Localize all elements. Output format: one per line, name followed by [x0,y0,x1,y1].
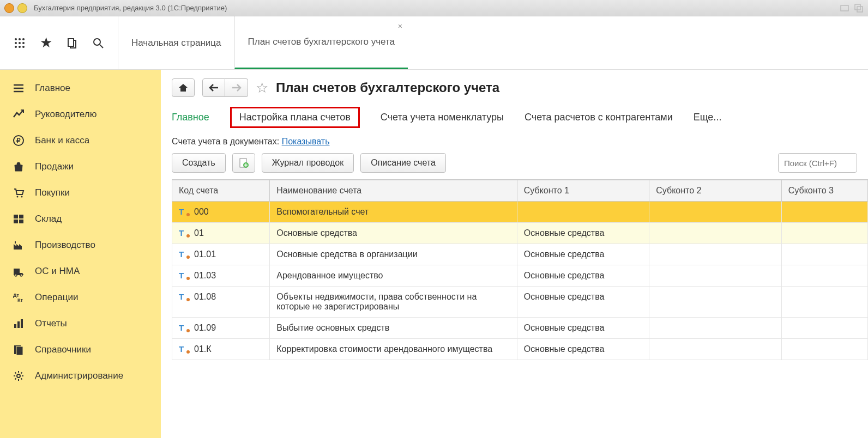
cell-sub3 [781,318,867,339]
svg-rect-19 [19,215,23,218]
col-sub2[interactable]: Субконто 2 [649,180,782,202]
cell-name: Основные средства [270,223,517,244]
cell-sub3 [781,339,867,360]
cell-sub1: Основные средства [517,223,649,244]
sys-icon-1[interactable] [840,3,849,13]
svg-rect-1 [855,4,860,10]
books-icon [12,343,25,356]
sidebar-item-ops[interactable]: ДтКтОперации [0,284,161,311]
cell-code: 01.03 [194,271,216,281]
subtab-nomenclature-accounts[interactable]: Счета учета номенклатуры [381,112,504,123]
cell-sub3 [781,265,867,287]
svg-line-13 [100,45,103,48]
svg-point-8 [22,42,25,44]
subtab-contractor-accounts[interactable]: Счета расчетов с контрагентами [525,112,673,123]
create-button[interactable]: Создать [172,153,226,173]
sys-icon-2[interactable] [854,3,864,13]
cell-sub1 [517,202,649,223]
cell-sub2 [649,223,782,244]
table-row[interactable]: Т01.09Выбытие основных средствОсновные с… [172,318,868,339]
sidebar-item-truck[interactable]: ОС и НМА [0,258,161,284]
svg-point-3 [15,38,17,40]
sidebar-item-trend[interactable]: Руководителю [0,101,161,127]
cell-sub3 [781,223,867,244]
tab-chart-of-accounts[interactable]: План счетов бухгалтерского учета × [234,16,408,69]
account-type-icon: Т [179,292,189,301]
table-row[interactable]: Т01.01Основные средства в организацииОсн… [172,244,868,265]
col-code[interactable]: Код счета [172,180,270,202]
sidebar-item-cart[interactable]: Покупки [0,180,161,206]
table-row[interactable]: Т01.ККорректировка стоимости арендованно… [172,339,868,360]
add-icon-button[interactable] [232,153,255,173]
sidebar-item-bag[interactable]: Продажи [0,154,161,180]
sidebar: ГлавноеРуководителю₽Банк и кассаПродажиП… [0,70,161,438]
sidebar-item-label: Отчеты [35,318,67,329]
account-type-icon: Т [179,207,189,216]
svg-point-5 [22,38,25,40]
col-name[interactable]: Наименование счета [270,180,517,202]
back-button[interactable] [202,78,225,97]
account-type-icon: Т [179,323,189,332]
table-row[interactable]: Т01Основные средстваОсновные средства [172,223,868,244]
subtab-main[interactable]: Главное [172,112,209,123]
col-sub3[interactable]: Субконто 3 [781,180,867,202]
info-link[interactable]: Показывать [282,137,330,146]
cell-name: Основные средства в организации [270,244,517,265]
cell-sub1: Основные средства [517,318,649,339]
search-input[interactable] [778,153,857,173]
svg-rect-27 [17,321,20,328]
subtab-plan-settings[interactable]: Настройка плана счетов [230,107,360,128]
journal-button[interactable]: Журнал проводок [262,153,354,173]
table-row[interactable]: Т01.03Арендованное имуществоОсновные сре… [172,265,868,287]
content-area: ☆ План счетов бухгалтерского учета Главн… [161,70,868,438]
window-button-1[interactable] [4,3,14,13]
table-row[interactable]: Т01.08Объекты недвижимости, права собств… [172,287,868,318]
cell-sub2 [649,287,782,318]
favorite-icon[interactable]: ☆ [256,80,268,96]
sidebar-item-tiles[interactable]: Склад [0,206,161,232]
info-line: Счета учета в документах: Показывать [161,133,868,153]
svg-point-16 [17,196,19,198]
col-sub1[interactable]: Субконто 1 [517,180,649,202]
history-icon[interactable] [65,36,79,50]
table-row[interactable]: Т000Вспомогательный счет [172,202,868,223]
forward-button[interactable] [225,78,248,97]
cell-sub3 [781,244,867,265]
search-icon[interactable] [92,36,105,50]
description-button[interactable]: Описание счета [360,153,446,173]
sidebar-item-bars[interactable]: Отчеты [0,311,161,337]
sidebar-item-books[interactable]: Справочники [0,337,161,363]
svg-rect-28 [21,319,23,328]
window-button-2[interactable] [17,3,27,13]
tab-start-page[interactable]: Начальная страница [118,16,234,69]
subtab-more[interactable]: Еще... [694,112,722,123]
tiles-icon [12,212,25,226]
sidebar-item-label: Руководителю [35,109,97,120]
sidebar-item-label: Справочники [35,344,91,355]
svg-point-10 [19,46,21,48]
cell-sub2 [649,202,782,223]
home-button[interactable] [172,78,195,97]
cell-sub1: Основные средства [517,265,649,287]
sidebar-item-factory[interactable]: Производство [0,232,161,258]
sidebar-item-menu[interactable]: Главное [0,75,161,101]
cell-code: 01.09 [194,323,216,333]
sidebar-item-gear[interactable]: Администрирование [0,363,161,389]
ops-icon: ДтКт [12,291,25,304]
star-icon[interactable]: ★ [39,36,52,50]
close-icon[interactable]: × [398,22,402,31]
cell-name: Выбытие основных средств [270,318,517,339]
svg-point-6 [15,42,17,44]
svg-rect-21 [19,220,23,223]
apps-icon[interactable] [13,36,26,50]
menu-icon [12,82,25,95]
factory-icon [12,239,25,252]
svg-point-9 [15,46,17,48]
svg-rect-30 [16,346,23,355]
bag-icon [12,160,25,173]
cell-sub2 [649,339,782,360]
sidebar-item-label: Продажи [35,161,74,172]
sidebar-item-label: Банк и касса [35,135,89,146]
sidebar-item-ruble[interactable]: ₽Банк и касса [0,127,161,154]
tab-label: План счетов бухгалтерского учета [248,36,395,47]
